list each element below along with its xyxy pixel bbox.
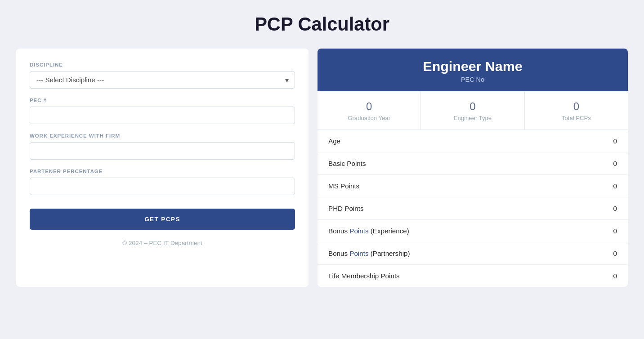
stat-total-pcps: 0 Total PCPs xyxy=(525,91,628,129)
stats-row: 0 Graduation Year 0 Engineer Type 0 Tota… xyxy=(318,91,628,130)
engineer-type-value: 0 xyxy=(425,100,519,113)
bonus-partner-label: Bonus Points (Partnership) xyxy=(328,250,410,257)
age-row: Age 0 xyxy=(318,130,628,152)
work-exp-input[interactable] xyxy=(30,142,295,160)
left-panel: DISCIPLINE --- Select Discipline --- Civ… xyxy=(16,49,309,287)
pec-label: PEC # xyxy=(30,98,295,103)
age-value: 0 xyxy=(613,137,617,145)
basic-points-label: Basic Points xyxy=(328,160,366,167)
age-label: Age xyxy=(328,137,340,145)
work-exp-label: WORK EXPERIENCE WITH FIRM xyxy=(30,133,295,138)
life-membership-label: Life Membership Points xyxy=(328,272,400,280)
right-panel: Engineer Name PEC No 0 Graduation Year 0… xyxy=(318,49,628,287)
partner-pct-input[interactable] xyxy=(30,178,295,195)
footer-text: © 2024 – PEC IT Department xyxy=(30,240,295,246)
pec-field-group: PEC # xyxy=(30,98,295,124)
pec-input[interactable] xyxy=(30,107,295,124)
total-pcps-label: Total PCPs xyxy=(529,115,623,121)
bonus-exp-label: Bonus Points (Experience) xyxy=(328,227,409,235)
main-layout: DISCIPLINE --- Select Discipline --- Civ… xyxy=(16,49,628,287)
points-list: Age 0 Basic Points 0 MS Points 0 PHD Poi… xyxy=(318,130,628,287)
engineer-pec-no: PEC No xyxy=(326,76,619,83)
graduation-year-label: Graduation Year xyxy=(322,115,416,121)
bonus-exp-row: Bonus Points (Experience) 0 xyxy=(318,220,628,242)
phd-points-label: PHD Points xyxy=(328,205,364,212)
work-exp-field-group: WORK EXPERIENCE WITH FIRM xyxy=(30,133,295,160)
stat-engineer-type: 0 Engineer Type xyxy=(421,91,524,129)
partner-pct-field-group: PARTENER PERCENTAGE xyxy=(30,169,295,195)
discipline-label: DISCIPLINE xyxy=(30,62,295,67)
phd-points-row: PHD Points 0 xyxy=(318,197,628,220)
stat-graduation-year: 0 Graduation Year xyxy=(318,91,421,129)
discipline-select[interactable]: --- Select Discipline --- Civil Engineer… xyxy=(30,71,295,89)
bonus-partner-row: Bonus Points (Partnership) 0 xyxy=(318,242,628,265)
ms-points-label: MS Points xyxy=(328,182,359,190)
basic-points-row: Basic Points 0 xyxy=(318,152,628,175)
engineer-name: Engineer Name xyxy=(326,58,619,74)
life-membership-value: 0 xyxy=(613,272,617,280)
partner-pct-label: PARTENER PERCENTAGE xyxy=(30,169,295,174)
basic-points-value: 0 xyxy=(613,160,617,167)
get-pcps-button[interactable]: GET PCPS xyxy=(30,209,295,230)
discipline-field-group: DISCIPLINE --- Select Discipline --- Civ… xyxy=(30,62,295,89)
bonus-exp-value: 0 xyxy=(613,227,617,235)
ms-points-row: MS Points 0 xyxy=(318,175,628,197)
phd-points-value: 0 xyxy=(613,205,617,212)
engineer-header: Engineer Name PEC No xyxy=(318,49,628,91)
ms-points-value: 0 xyxy=(613,182,617,190)
bonus-partner-value: 0 xyxy=(613,250,617,257)
graduation-year-value: 0 xyxy=(322,100,416,113)
total-pcps-value: 0 xyxy=(529,100,623,113)
discipline-select-wrapper: --- Select Discipline --- Civil Engineer… xyxy=(30,71,295,89)
page-title: PCP Calculator xyxy=(9,13,635,35)
life-membership-row: Life Membership Points 0 xyxy=(318,265,628,287)
engineer-type-label: Engineer Type xyxy=(425,115,519,121)
